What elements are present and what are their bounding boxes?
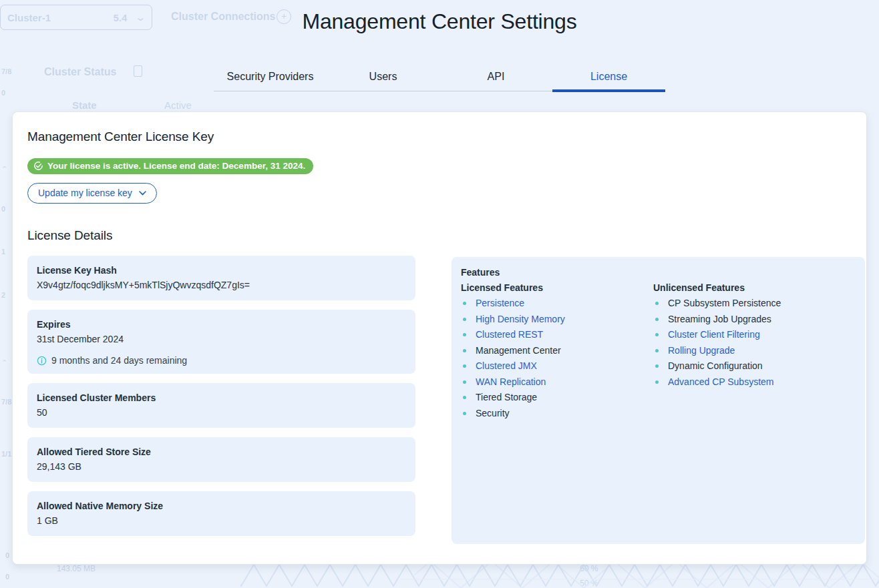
unlicensed-features-column: Unlicensed Features CP Subsystem Persist…: [653, 280, 846, 421]
feature-item-high-density-memory: High Density Memory: [461, 312, 653, 328]
feature-label[interactable]: Clustered REST: [476, 327, 543, 343]
feature-item-persistence: Persistence: [461, 296, 653, 312]
bullet-icon: [655, 349, 659, 352]
feature-label: Streaming Job Upgrades: [668, 312, 771, 328]
feature-item-clustered-rest: Clustered REST: [461, 327, 653, 343]
bg-axis-zero: 0: [5, 551, 9, 559]
unlicensed-features-list: CP Subsystem Persistence Streaming Job U…: [653, 296, 846, 390]
bullet-icon: [463, 302, 466, 305]
bullet-icon: [463, 349, 466, 352]
chevron-up-icon: ⌃: [1, 165, 7, 174]
license-details: License Key Hash X9v4gtz/foqc9dljksMY+5m…: [27, 256, 852, 545]
bullet-icon: [463, 380, 466, 384]
feature-item-dynamic-configuration: Dynamic Configuration: [653, 358, 846, 374]
feature-label[interactable]: High Density Memory: [476, 312, 565, 328]
feature-label[interactable]: Rolling Upgrade: [668, 343, 735, 359]
state-value: Active: [164, 99, 192, 111]
licensed-features-list: Persistence High Density Memory Clustere…: [461, 296, 653, 421]
feature-item-management-center: Management Center: [461, 343, 653, 359]
bg-fragment: 7/8: [1, 67, 11, 75]
bg-fragment: 0: [1, 205, 5, 213]
cluster-status-label: Cluster Status: [44, 66, 116, 78]
unlicensed-features-heading: Unlicensed Features: [653, 280, 846, 296]
bullet-icon: [655, 380, 659, 384]
license-status-badge: Your license is active. License end date…: [27, 158, 313, 174]
feature-item-cluster-client-filtering: Cluster Client Filtering: [653, 327, 846, 343]
bg-fragment: 1: [1, 248, 5, 256]
feature-item-wan-replication: WAN Replication: [461, 374, 653, 390]
card-label: Licensed Cluster Members: [37, 390, 406, 405]
tab-label: API: [488, 71, 505, 82]
settings-tabbar: Security Providers Users API License: [214, 65, 665, 91]
card-label: Expires: [37, 317, 406, 332]
info-icon: [37, 356, 47, 366]
feature-label: Dynamic Configuration: [668, 358, 763, 374]
feature-label[interactable]: WAN Replication: [476, 374, 546, 390]
feature-label: Management Center: [476, 343, 561, 359]
licensed-features-column: Licensed Features Persistence High Densi…: [461, 280, 653, 421]
features-heading: Features: [461, 265, 856, 280]
bg-fragment: 1/1: [1, 450, 11, 458]
card-value: 1 GB: [37, 513, 406, 528]
bullet-icon: [655, 364, 659, 368]
bg-fragment: 0: [1, 89, 5, 97]
bg-metrics-chart: [0, 561, 879, 588]
feature-item-rolling-upgrade: Rolling Upgrade: [653, 343, 846, 359]
bullet-icon: [655, 333, 659, 336]
features-panel: Features Licensed Features Persistence H…: [452, 257, 865, 544]
license-details-heading: License Details: [27, 228, 852, 243]
chevron-down-icon: [139, 191, 146, 196]
feature-label[interactable]: Persistence: [476, 296, 524, 312]
remaining-time-text: 9 months and 24 days remaining: [51, 355, 187, 366]
license-key-heading: Management Center License Key: [27, 129, 852, 144]
document-icon: [134, 65, 142, 77]
bg-fragment: 7/8: [1, 398, 11, 406]
tab-label: Users: [369, 71, 397, 82]
state-label: State: [72, 99, 97, 111]
bullet-icon: [655, 302, 659, 305]
card-value: 29,143 GB: [37, 459, 406, 474]
allowed-native-memory-size-card: Allowed Native Memory Size 1 GB: [27, 491, 415, 536]
bullet-icon: [463, 412, 466, 415]
bullet-icon: [655, 318, 659, 321]
feature-item-cp-subsystem-persistence: CP Subsystem Persistence: [653, 296, 846, 312]
update-license-key-label: Update my license key: [38, 188, 132, 198]
feature-item-clustered-jmx: Clustered JMX: [461, 358, 653, 374]
tab-license[interactable]: License: [552, 65, 665, 91]
feature-label[interactable]: Cluster Client Filtering: [668, 327, 760, 343]
chevron-up-icon: ⌃: [1, 358, 7, 367]
feature-label[interactable]: Clustered JMX: [476, 358, 537, 374]
card-value: 50: [37, 405, 406, 420]
feature-item-streaming-job-upgrades: Streaming Job Upgrades: [653, 312, 846, 328]
feature-label[interactable]: Advanced CP Subsystem: [668, 374, 774, 390]
tab-label: License: [590, 71, 627, 82]
license-key-hash-card: License Key Hash X9v4gtz/foqc9dljksMY+5m…: [27, 256, 415, 300]
bullet-icon: [463, 333, 466, 336]
licensed-cluster-members-card: Licensed Cluster Members 50: [27, 383, 415, 428]
card-value: 31st December 2024: [37, 332, 406, 346]
bullet-icon: [463, 396, 466, 399]
tab-security-providers[interactable]: Security Providers: [214, 65, 327, 91]
feature-label: Tiered Storage: [476, 390, 537, 406]
feature-item-security: Security: [461, 406, 653, 422]
card-value: X9v4gtz/foqc9dljksMY+5mkTlSjyQwvzqsdfQZ7…: [37, 278, 406, 292]
bullet-icon: [463, 364, 466, 368]
card-label: Allowed Native Memory Size: [37, 499, 406, 513]
update-license-key-button[interactable]: Update my license key: [27, 183, 157, 204]
feature-item-tiered-storage: Tiered Storage: [461, 390, 653, 406]
feature-label: Security: [476, 406, 510, 422]
allowed-tiered-store-size-card: Allowed Tiered Store Size 29,143 GB: [27, 437, 415, 482]
card-label: License Key Hash: [37, 263, 406, 278]
check-circle-icon: [33, 161, 43, 171]
card-label: Allowed Tiered Store Size: [37, 445, 406, 459]
remaining-time-note: 9 months and 24 days remaining: [37, 355, 406, 366]
tab-users[interactable]: Users: [327, 65, 440, 91]
feature-label: CP Subsystem Persistence: [668, 296, 781, 312]
bg-fragment: 2: [1, 291, 5, 299]
license-settings-panel: Management Center License Key Your licen…: [12, 111, 867, 565]
licensed-features-heading: Licensed Features: [461, 280, 653, 296]
tab-label: Security Providers: [227, 71, 314, 82]
page-title: Management Center Settings: [0, 9, 879, 34]
license-detail-cards: License Key Hash X9v4gtz/foqc9dljksMY+5m…: [27, 256, 415, 536]
tab-api[interactable]: API: [440, 65, 552, 91]
